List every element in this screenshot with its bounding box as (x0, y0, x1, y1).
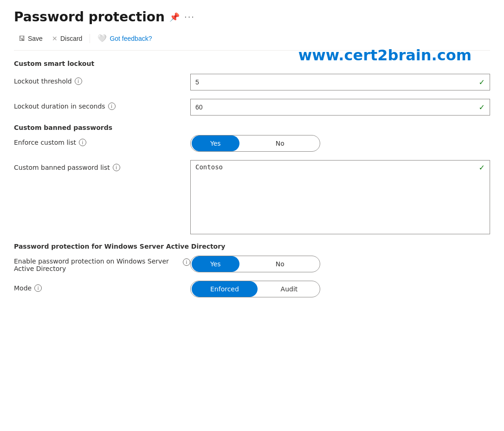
custom-banned-list-row: Custom banned password list i Contoso ✓ (14, 160, 490, 234)
enable-protection-toggle[interactable]: Yes No (190, 256, 320, 272)
custom-banned-list-control: Contoso ✓ (190, 160, 490, 234)
lockout-duration-row: Lockout duration in seconds i ✓ (14, 99, 490, 116)
enforce-custom-list-control: Yes No (190, 135, 490, 152)
mode-info-icon[interactable]: i (34, 284, 42, 292)
enable-protection-control: Yes No (190, 254, 490, 272)
enforce-custom-list-row: Enforce custom list i Yes No (14, 135, 490, 152)
lockout-threshold-input[interactable] (195, 78, 475, 86)
page-title: Password protection (14, 9, 165, 25)
save-label: Save (28, 35, 43, 42)
feedback-heart-icon: 🤍 (97, 34, 107, 43)
feedback-button[interactable]: 🤍 Got feedback? (93, 31, 156, 45)
feedback-label: Got feedback? (110, 35, 152, 42)
lockout-duration-label: Lockout duration in seconds (14, 103, 105, 110)
windows-ad-section-label: Password protection for Windows Server A… (14, 243, 490, 250)
enable-protection-label: Enable password protection on Windows Se… (14, 257, 180, 272)
lockout-duration-info-icon[interactable]: i (108, 103, 116, 110)
enable-protection-row: Enable password protection on Windows Se… (14, 254, 490, 272)
lockout-threshold-label-col: Lockout threshold i (14, 74, 190, 85)
lockout-duration-checkmark: ✓ (479, 103, 485, 112)
lockout-duration-input[interactable] (195, 103, 475, 111)
more-options-icon[interactable]: ··· (184, 12, 195, 22)
lockout-threshold-row: Lockout threshold i ✓ (14, 74, 490, 90)
mode-enforced-option[interactable]: Enforced (192, 281, 258, 297)
lockout-threshold-label: Lockout threshold (14, 77, 72, 85)
lockout-duration-control: ✓ (190, 99, 490, 116)
mode-label: Mode (14, 284, 32, 292)
mode-audit-option[interactable]: Audit (258, 281, 320, 297)
enable-protection-no-option[interactable]: No (240, 256, 320, 272)
lockout-threshold-info-icon[interactable]: i (75, 77, 82, 85)
custom-banned-list-textarea-wrapper: Contoso ✓ (190, 160, 490, 234)
custom-banned-list-info-icon[interactable]: i (113, 164, 120, 171)
lockout-threshold-input-wrapper: ✓ (190, 74, 490, 90)
enforce-custom-list-label-col: Enforce custom list i (14, 135, 190, 146)
discard-label: Discard (60, 35, 82, 42)
enforce-custom-list-toggle[interactable]: Yes No (190, 135, 320, 152)
enforce-custom-list-label: Enforce custom list (14, 139, 76, 146)
enable-protection-info-icon[interactable]: i (183, 258, 190, 266)
custom-banned-list-label-col: Custom banned password list i (14, 160, 190, 171)
pin-icon[interactable]: 📌 (169, 12, 180, 22)
mode-control: Enforced Audit (190, 281, 490, 297)
discard-button[interactable]: ✕ Discard (47, 32, 87, 45)
mode-label-col: Mode i (14, 281, 190, 292)
mode-row: Mode i Enforced Audit (14, 281, 490, 297)
enable-protection-yes-option[interactable]: Yes (192, 256, 239, 272)
custom-banned-list-textarea[interactable]: Contoso (195, 163, 475, 228)
enable-protection-label-col: Enable password protection on Windows Se… (14, 254, 190, 272)
page-title-row: Password protection 📌 ··· (14, 9, 490, 25)
custom-banned-list-label: Custom banned password list (14, 164, 110, 171)
custom-banned-list-checkmark: ✓ (479, 163, 485, 172)
discard-icon: ✕ (52, 35, 58, 42)
lockout-threshold-control: ✓ (190, 74, 490, 90)
save-button[interactable]: 🖫 Save (14, 32, 47, 45)
banned-passwords-section-label: Custom banned passwords (14, 124, 490, 131)
enforce-custom-no-option[interactable]: No (240, 135, 320, 151)
enforce-custom-yes-option[interactable]: Yes (192, 135, 239, 151)
toolbar-divider (90, 34, 90, 43)
watermark: www.cert2brain.com (298, 46, 472, 64)
save-icon: 🖫 (19, 35, 25, 42)
lockout-duration-input-wrapper: ✓ (190, 99, 490, 116)
lockout-threshold-checkmark: ✓ (479, 78, 485, 87)
mode-toggle[interactable]: Enforced Audit (190, 281, 320, 297)
lockout-duration-label-col: Lockout duration in seconds i (14, 99, 190, 110)
enforce-custom-list-info-icon[interactable]: i (79, 139, 86, 146)
